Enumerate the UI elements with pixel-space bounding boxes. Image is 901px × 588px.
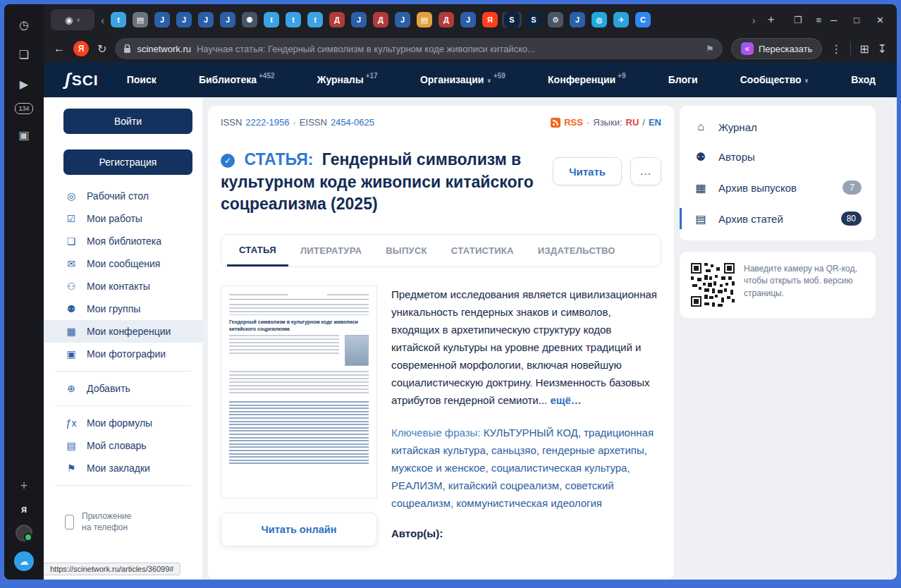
yandex-services-icon[interactable]: я [21,503,27,515]
counter-badge[interactable]: 134 [15,103,32,114]
nav-item-library[interactable]: Библиотека+452 [199,74,275,85]
bookmark-flag-icon[interactable]: ⚑ [706,44,714,54]
journal-tab[interactable]: J [351,12,367,27]
journal-menu-item-issues-archive[interactable]: ▦Архив выпусков7 [680,172,876,203]
journal-tab[interactable]: J [176,12,192,27]
sidebar-item-my-works[interactable]: ☑Мои работы [44,207,202,230]
eissn-link[interactable]: 2454-0625 [331,117,374,128]
edu-tab[interactable]: Д [373,12,388,27]
lang-en-link[interactable]: EN [649,117,661,128]
address-bar[interactable]: scinetwork.ru Научная статья: Гендерный … [115,38,723,59]
rss-link[interactable]: RSS [564,117,583,128]
journal-menu-item-articles-archive[interactable]: ▤Архив статей80 [680,203,876,234]
sci-tab[interactable]: S [504,12,520,27]
summarize-button[interactable]: « Пересказать [731,38,822,59]
sidebar-item-my-conferences[interactable]: ▦Мои конференции [44,320,202,343]
show-more-link[interactable]: ещё… [550,394,581,406]
bird-tab[interactable]: t [286,12,301,27]
sidebar-item-my-contacts[interactable]: ⚇Мои контакты [44,275,202,298]
app-promo[interactable]: Приложение на телефон [44,491,202,539]
sidebar-item-label: Мои группы [87,303,140,314]
journal-tab[interactable]: J [220,12,235,27]
journal-menu-item-authors[interactable]: ⚉Авторы [680,142,876,172]
cloud-sync-icon[interactable]: ☁ [14,551,34,571]
nav-item-search[interactable]: Поиск [127,74,157,85]
refresh-icon[interactable]: ↻ [97,42,106,56]
new-tab-button[interactable]: + [762,11,780,29]
sci-logo[interactable]: ʃ SCI [65,70,99,90]
journal-tab[interactable]: J [198,12,214,27]
sidebar-item-my-photos[interactable]: ▣Мои фотографии [44,343,202,365]
minimize-icon[interactable]: ─ [830,15,837,25]
yandex-tab[interactable]: Я [482,12,498,27]
folder-tab[interactable]: ▤ [417,12,432,27]
more-actions-button[interactable]: ... [630,157,661,185]
add-panel-icon[interactable]: + [20,479,28,494]
keywords-links[interactable]: КУЛЬТУРНЫЙ КОД, традиционная китайская к… [391,427,654,509]
rss-icon[interactable] [551,118,560,128]
bird-tab[interactable]: t [111,12,126,27]
people-tab[interactable]: ⚉ [242,12,257,27]
nav-item-organizations[interactable]: Организации∨+59 [420,74,505,85]
yandex-search-icon[interactable]: Я [73,41,89,56]
bird-tab[interactable]: t [307,12,323,27]
nav-item-login[interactable]: Вход [851,74,876,85]
journal-tab[interactable]: J [570,12,585,27]
sidebar-item-desktop[interactable]: ◎Рабочий стол [44,185,202,207]
sidebar-item-my-bookmarks[interactable]: ⚑Мои закладки [44,457,202,479]
history-icon[interactable]: ◷ [13,14,35,35]
lang-ru-link[interactable]: RU [626,117,639,128]
edu-tab[interactable]: Д [439,12,454,27]
read-button[interactable]: Читать [553,157,622,185]
login-button[interactable]: Войти [63,109,192,134]
doc-tab[interactable]: ▤ [133,12,148,27]
sci-tab[interactable]: S [526,12,541,27]
close-icon[interactable]: ✕ [876,15,884,25]
sidebar-item-my-dictionary[interactable]: ▤Мой словарь [44,434,202,457]
journal-menu-item-journal[interactable]: ⌂Журнал [680,112,876,142]
bird-tab[interactable]: t [264,12,279,27]
article-preview-thumbnail[interactable]: Гендерный символизм в культурном коде жи… [221,286,377,498]
tabbar-right-icons: ❐ ≡ [785,15,826,25]
article-tab-0[interactable]: СТАТЬЯ [227,235,288,267]
back-icon[interactable]: ← [54,42,65,55]
journal-tab[interactable]: J [460,12,476,27]
globe-tab[interactable]: ◍ [592,12,607,27]
nav-item-blogs[interactable]: Блоги [668,74,698,85]
article-tab-1[interactable]: ЛИТЕРАТУРА [288,235,374,267]
address-domain: scinetwork.ru [137,44,191,54]
downloads-icon[interactable]: ↧ [878,42,887,56]
current-tab-pill[interactable]: ◉ ∨ [51,9,94,30]
chat-tab[interactable]: C [635,12,651,27]
read-online-button[interactable]: Читать онлайн [221,513,377,546]
nav-item-community[interactable]: Сообщество∨ [740,74,809,85]
article-tab-2[interactable]: ВЫПУСК [374,235,439,267]
play-icon[interactable]: ▶ [13,73,35,94]
sidebar-item-my-groups[interactable]: ⚉Мои группы [44,298,202,320]
telegram-tab[interactable]: ✈ [613,12,629,27]
collections-icon[interactable]: ⊞ [859,42,869,56]
nav-item-journals[interactable]: Журналы+17 [317,74,378,85]
tool-tab[interactable]: ⚙ [548,12,563,27]
journal-tab[interactable]: J [154,12,170,27]
maximize-icon[interactable]: □ [854,15,859,25]
sidebar-toggle-icon[interactable]: ≡ [816,15,821,25]
tab-groups-icon[interactable]: ❐ [794,15,802,25]
sidebar-item-add[interactable]: ⊕Добавить [44,377,202,400]
panels-icon[interactable]: ❏ [13,44,35,65]
edu-tab[interactable]: Д [329,12,345,27]
article-tab-3[interactable]: СТАТИСТИКА [439,235,526,267]
profile-avatar[interactable] [16,525,32,541]
sidebar-item-my-library[interactable]: ❏Моя библиотека [44,230,202,252]
scroll-tabs-left-icon[interactable]: ‹ [99,14,106,26]
issn-link[interactable]: 2222-1956 [245,117,289,128]
sidebar-item-my-messages[interactable]: ✉Мои сообщения [44,252,202,275]
register-button[interactable]: Регистрация [63,149,192,175]
kebab-menu-icon[interactable]: ⋮ [830,42,842,56]
screen-icon[interactable]: ▣ [13,124,35,145]
article-tab-4[interactable]: ИЗДАТЕЛЬСТВО [526,235,627,267]
journal-tab[interactable]: J [395,12,410,27]
scroll-tabs-right-icon[interactable]: › [751,14,757,26]
nav-item-conferences[interactable]: Конференции+9 [548,74,625,85]
sidebar-item-my-formulas[interactable]: ƒxМои формулы [44,412,202,434]
